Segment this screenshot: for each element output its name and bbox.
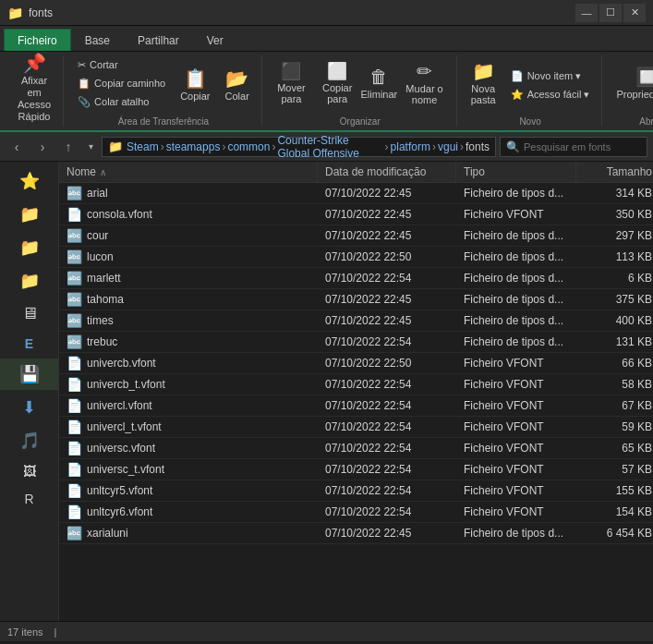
forward-button[interactable]: › xyxy=(31,136,54,158)
file-date: 07/10/2022 22:45 xyxy=(318,205,456,224)
delete-icon: 🗑 xyxy=(369,67,388,86)
paste-shortcut-icon: 📎 xyxy=(78,96,91,108)
sidebar-item-folder3[interactable]: 📁 xyxy=(0,265,58,297)
file-date: 07/10/2022 22:54 xyxy=(318,333,456,351)
table-row[interactable]: 📄 univercl_t.vfont 07/10/2022 22:54 Fich… xyxy=(59,417,653,438)
table-row[interactable]: 🔤 tahoma 07/10/2022 22:45 Ficheiro de ti… xyxy=(59,289,653,310)
file-name: cour xyxy=(87,229,108,242)
file-size: 65 KB xyxy=(576,439,653,457)
breadcrumb-folder-icon: 📁 xyxy=(108,140,123,153)
file-name-cell: 🔤 cour xyxy=(59,225,318,246)
sidebar-item-folder2[interactable]: 📁 xyxy=(0,232,58,263)
sidebar-item-e[interactable]: E xyxy=(0,331,58,357)
ribbon-copy-paste-group: 📋 Copiar 📂 Colar xyxy=(174,62,256,108)
close-button[interactable]: ✕ xyxy=(623,4,646,22)
ribbon-btn-copiar[interactable]: 📋 Copiar xyxy=(174,62,216,108)
breadcrumb-steamapps[interactable]: steamapps xyxy=(166,140,221,153)
tab-ver[interactable]: Ver xyxy=(193,29,237,51)
ribbon-btn-colar[interactable]: 📂 Colar xyxy=(219,62,256,108)
file-icon: 📄 xyxy=(67,398,81,413)
ribbon-btn-colar-atalho[interactable]: 📎 Colar atalho xyxy=(71,93,172,111)
file-icon: 📄 xyxy=(67,377,81,392)
column-header-nome[interactable]: Nome ∧ xyxy=(59,162,318,182)
ribbon-btn-cortar[interactable]: ✂ Cortar xyxy=(71,56,172,74)
ribbon-btn-afixar[interactable]: 📌 Afixar emAcesso Rápido xyxy=(11,61,57,116)
table-row[interactable]: 📄 consola.vfont 07/10/2022 22:45 Ficheir… xyxy=(59,204,653,225)
sidebar-item-drive[interactable]: 💾 xyxy=(0,358,58,390)
table-row[interactable]: 🔤 xarialuni 07/10/2022 22:45 Ficheiro de… xyxy=(59,523,653,544)
table-row[interactable]: 📄 unltcyr5.vfont 07/10/2022 22:54 Fichei… xyxy=(59,480,653,502)
file-name-cell: 📄 univercb.vfont xyxy=(59,353,318,373)
file-type: Ficheiro VFONT xyxy=(456,354,576,372)
table-row[interactable]: 📄 univercb.vfont 07/10/2022 22:50 Fichei… xyxy=(59,353,653,374)
sidebar-item-music[interactable]: 🎵 xyxy=(0,425,58,456)
back-button[interactable]: ‹ xyxy=(6,136,28,158)
table-row[interactable]: 🔤 arial 07/10/2022 22:45 Ficheiro de tip… xyxy=(59,183,653,204)
sidebar-item-r[interactable]: R xyxy=(0,486,58,512)
ribbon-btn-copiar-para[interactable]: ⬜ Copiar para xyxy=(315,55,359,111)
table-row[interactable]: 📄 universc.vfont 07/10/2022 22:54 Fichei… xyxy=(59,438,653,459)
properties-icon: 🔲 xyxy=(635,67,653,86)
tab-base[interactable]: Base xyxy=(71,29,124,51)
ribbon-btn-novo-item[interactable]: 📄 Novo item ▾ xyxy=(504,67,597,85)
file-name: univercb_t.vfont xyxy=(87,378,165,391)
ribbon-btn-nova-pasta[interactable]: 📁 Novapasta xyxy=(465,55,502,111)
breadcrumb-platform[interactable]: platform xyxy=(391,140,430,153)
image-icon: 🖼 xyxy=(23,464,36,479)
column-header-data[interactable]: Data de modificação xyxy=(318,162,456,182)
file-size: 297 KB xyxy=(576,226,653,245)
search-input[interactable] xyxy=(524,141,651,152)
table-row[interactable]: 📄 unltcyr6.vfont 07/10/2022 22:54 Fichei… xyxy=(59,502,653,523)
sidebar-item-folder1[interactable]: 📁 xyxy=(0,199,58,230)
sidebar-item-downloads[interactable]: ⬇ xyxy=(0,392,58,423)
table-row[interactable]: 🔤 trebuc 07/10/2022 22:54 Ficheiro de ti… xyxy=(59,332,653,353)
file-date: 07/10/2022 22:45 xyxy=(318,184,456,202)
file-name: xarialuni xyxy=(87,527,128,540)
table-row[interactable]: 📄 universc_t.vfont 07/10/2022 22:54 Fich… xyxy=(59,459,653,480)
file-name: lucon xyxy=(87,250,114,263)
drive-icon: 💾 xyxy=(19,364,40,384)
table-row[interactable]: 📄 univercl.vfont 07/10/2022 22:54 Fichei… xyxy=(59,395,653,417)
file-date: 07/10/2022 22:54 xyxy=(318,481,456,500)
recent-button[interactable]: ▾ xyxy=(83,136,98,158)
ribbon-btn-mudar-nome[interactable]: ✏ Mudar o nome xyxy=(398,55,450,111)
table-row[interactable]: 📄 univercb_t.vfont 07/10/2022 22:54 Fich… xyxy=(59,374,653,395)
file-type: Ficheiro de tipos d... xyxy=(456,333,576,351)
sidebar-item-desktop[interactable]: 🖥 xyxy=(0,298,58,329)
breadcrumb-steam[interactable]: Steam xyxy=(127,140,159,153)
breadcrumb-fonts: fonts xyxy=(466,140,490,153)
column-header-tamanho[interactable]: Tamanho xyxy=(576,162,653,182)
up-button[interactable]: ↑ xyxy=(57,136,79,158)
breadcrumb-common[interactable]: common xyxy=(227,140,270,153)
file-name-cell: 🔤 xarialuni xyxy=(59,523,318,543)
table-row[interactable]: 🔤 lucon 07/10/2022 22:50 Ficheiro de tip… xyxy=(59,247,653,268)
tab-partilhar[interactable]: Partilhar xyxy=(124,29,193,51)
ribbon-btn-propriedades[interactable]: 🔲 Propriedades xyxy=(610,55,653,111)
file-icon: 🔤 xyxy=(67,271,81,286)
table-row[interactable]: 🔤 times 07/10/2022 22:45 Ficheiro de tip… xyxy=(59,310,653,332)
file-list-header: Nome ∧ Data de modificação Tipo Tamanho xyxy=(59,162,653,183)
item-count: 17 itens xyxy=(7,626,43,638)
file-type: Ficheiro VFONT xyxy=(456,503,576,521)
file-icon: 📄 xyxy=(67,356,81,371)
maximize-button[interactable]: ☐ xyxy=(599,4,622,22)
ribbon-btn-copiar-caminho[interactable]: 📋 Copiar caminho xyxy=(71,75,172,92)
file-name: consola.vfont xyxy=(87,208,152,221)
ribbon-btn-eliminar[interactable]: 🗑 Eliminar xyxy=(361,55,396,111)
ribbon: 📌 Afixar emAcesso Rápido ✂ Cortar 📋 Copi… xyxy=(0,52,653,132)
breadcrumb-csgo[interactable]: Counter-Strike Global Offensive xyxy=(277,134,382,160)
tab-ficheiro[interactable]: Ficheiro xyxy=(4,29,71,51)
table-row[interactable]: 🔤 cour 07/10/2022 22:45 Ficheiro de tipo… xyxy=(59,225,653,247)
file-name-cell: 🔤 arial xyxy=(59,183,318,203)
ribbon-btn-acesso-facil[interactable]: ⭐ Acesso fácil ▾ xyxy=(504,86,597,103)
file-date: 07/10/2022 22:45 xyxy=(318,311,456,330)
table-row[interactable]: 🔤 marlett 07/10/2022 22:54 Ficheiro de t… xyxy=(59,268,653,289)
sidebar-item-quickaccess[interactable]: ⭐ xyxy=(0,165,58,197)
minimize-button[interactable]: — xyxy=(575,4,598,22)
file-name: univercb.vfont xyxy=(87,357,156,370)
ribbon-btn-mover[interactable]: ⬛ Mover para xyxy=(270,55,313,111)
breadcrumb-vgui[interactable]: vgui xyxy=(438,140,458,153)
column-header-tipo[interactable]: Tipo xyxy=(456,162,576,182)
ribbon-group-quick-access: 📌 Afixar emAcesso Rápido xyxy=(6,55,64,127)
sidebar-item-image[interactable]: 🖼 xyxy=(0,458,58,484)
